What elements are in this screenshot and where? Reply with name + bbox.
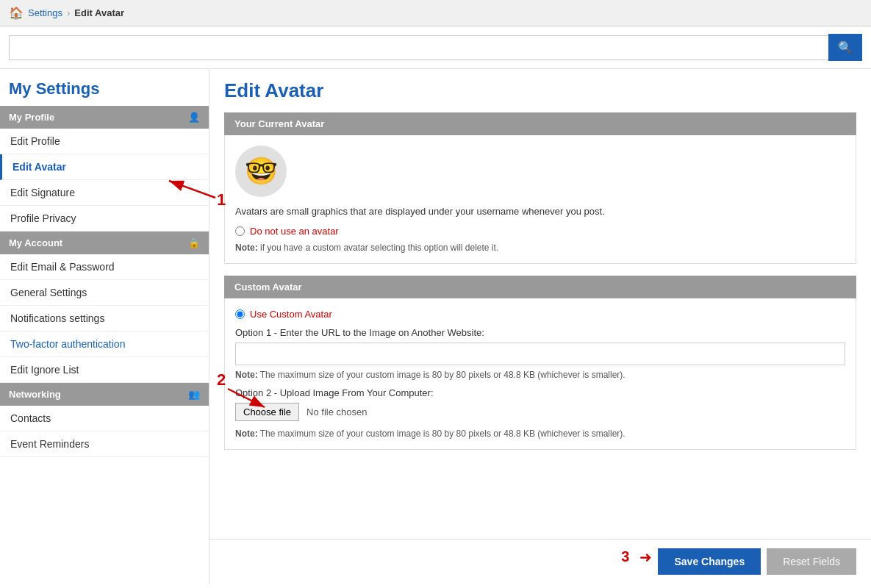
upload-note-label: Note: (235, 429, 258, 439)
no-avatar-note-text: if you have a custom avatar selecting th… (258, 243, 499, 253)
page-layout: My Settings My Profile 👤 Edit Profile Ed… (0, 69, 871, 584)
main-area: Edit Avatar Your Current Avatar 🤓 Avatar… (209, 69, 871, 584)
account-section-icon: 🔒 (188, 237, 200, 248)
sidebar-section-label-networking: Networking (9, 389, 61, 400)
sidebar-item-edit-profile[interactable]: Edit Profile (0, 129, 209, 154)
url-input[interactable] (235, 343, 845, 365)
avatar-image: 🤓 (235, 146, 287, 197)
page-title: Edit Avatar (224, 79, 856, 102)
use-custom-row: Use Custom Avatar (235, 309, 845, 320)
file-upload-row: Choose file No file chosen (235, 403, 845, 421)
breadcrumb-current: Edit Avatar (74, 7, 124, 18)
breadcrumb: 🏠 Settings › Edit Avatar (0, 0, 871, 26)
custom-avatar-panel-body: Use Custom Avatar Option 1 - Enter the U… (224, 298, 856, 450)
option2-label: Option 2 - Upload Image From Your Comput… (235, 387, 845, 398)
sidebar-item-edit-email-password[interactable]: Edit Email & Password (0, 254, 209, 280)
sidebar-item-edit-ignore-list[interactable]: Edit Ignore List (0, 357, 209, 383)
search-button[interactable]: 🔍 (828, 34, 862, 61)
annotation-3: 3 (621, 548, 629, 575)
custom-avatar-panel-header: Custom Avatar (224, 276, 856, 298)
use-custom-label: Use Custom Avatar (250, 309, 332, 320)
search-input[interactable] (9, 35, 828, 60)
sidebar-item-profile-privacy[interactable]: Profile Privacy (0, 206, 209, 232)
sidebar-section-label-account: My Account (9, 237, 62, 248)
sidebar-section-my-profile: My Profile 👤 (0, 106, 209, 129)
save-changes-button[interactable]: Save Changes (658, 548, 761, 575)
no-avatar-label: Do not use an avatar (250, 226, 339, 237)
sidebar-item-edit-avatar[interactable]: Edit Avatar (0, 154, 209, 180)
breadcrumb-chevron: › (67, 7, 70, 18)
sidebar: My Settings My Profile 👤 Edit Profile Ed… (0, 69, 209, 584)
url-note-text: The maximum size of your custom image is… (258, 370, 626, 380)
sidebar-section-label-profile: My Profile (9, 112, 54, 123)
sidebar-section-networking: Networking 👥 (0, 383, 209, 406)
current-avatar-panel-header: Your Current Avatar (224, 112, 856, 135)
breadcrumb-settings[interactable]: Settings (28, 7, 62, 18)
sidebar-title: My Settings (0, 69, 209, 106)
use-custom-radio[interactable] (235, 309, 245, 319)
profile-section-icon: 👤 (188, 112, 200, 123)
sidebar-item-contacts[interactable]: Contacts (0, 406, 209, 431)
avatar-description: Avatars are small graphics that are disp… (235, 206, 845, 217)
url-note-label: Note: (235, 370, 258, 380)
choose-file-button[interactable]: Choose file (235, 403, 299, 421)
upload-note-text: The maximum size of your custom image is… (258, 429, 626, 439)
no-file-label: No file chosen (307, 406, 367, 417)
current-avatar-panel-body: 🤓 Avatars are small graphics that are di… (224, 135, 856, 264)
sidebar-item-general-settings[interactable]: General Settings (0, 280, 209, 306)
reset-fields-button[interactable]: Reset Fields (767, 548, 856, 575)
sidebar-item-two-factor[interactable]: Two-factor authentication (0, 331, 209, 357)
search-bar: 🔍 (0, 26, 871, 69)
upload-note: Note: The maximum size of your custom im… (235, 429, 845, 439)
footer-bar: 3 ➜ Save Changes Reset Fields (209, 539, 871, 584)
option1-label: Option 1 - Enter the URL to the Image on… (235, 327, 845, 338)
networking-section-icon: 👥 (188, 389, 200, 400)
no-avatar-radio[interactable] (235, 226, 245, 236)
url-note: Note: The maximum size of your custom im… (235, 370, 845, 380)
home-icon: 🏠 (9, 6, 24, 20)
annotation-arrow-3: ➜ (639, 548, 652, 575)
sidebar-item-event-reminders[interactable]: Event Reminders (0, 431, 209, 457)
no-avatar-note: Note: if you have a custom avatar select… (235, 243, 845, 253)
sidebar-item-notifications-settings[interactable]: Notifications settings (0, 306, 209, 331)
avatar-emoji: 🤓 (245, 156, 278, 187)
sidebar-item-edit-signature[interactable]: Edit Signature (0, 180, 209, 206)
main-content: Edit Avatar Your Current Avatar 🤓 Avatar… (209, 69, 871, 539)
search-icon: 🔍 (838, 41, 853, 54)
no-avatar-note-label: Note: (235, 243, 258, 253)
sidebar-section-my-account: My Account 🔒 (0, 232, 209, 254)
no-avatar-row: Do not use an avatar (235, 226, 845, 237)
